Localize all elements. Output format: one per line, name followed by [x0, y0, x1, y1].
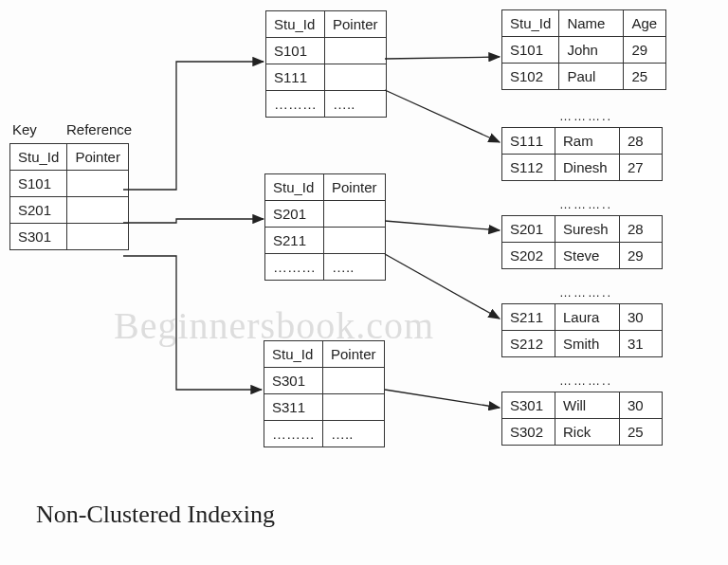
table-row: S102Paul25: [502, 64, 666, 90]
cell-header-pointer: Pointer: [67, 144, 129, 171]
cell-stuid: S102: [502, 64, 559, 90]
cell-stuid: S301: [502, 392, 555, 419]
cell-key: S301: [10, 224, 67, 250]
table-row: S301: [10, 224, 129, 250]
cell-stuid: S112: [502, 155, 555, 181]
data-table-4: S211Laura30 S212Smith31: [501, 303, 663, 357]
table-row: S101John29: [502, 37, 666, 64]
cell-pointer: [325, 64, 387, 91]
cell-key: S201: [265, 201, 324, 228]
cell-name: Laura: [555, 304, 620, 331]
cell-name: John: [559, 37, 624, 64]
cell-age: 30: [620, 304, 663, 331]
cell-header-name: Name: [559, 10, 624, 37]
cell-name: Paul: [559, 64, 624, 90]
separator-dots: ………..: [559, 109, 612, 123]
cell-pointer: [67, 224, 129, 250]
cell-age: 28: [620, 128, 663, 155]
cell-pointer: [323, 368, 385, 394]
cell-header-stuid: Stu_Id: [265, 174, 324, 201]
primary-index-table: Stu_Id Pointer S101 S201 S301: [9, 143, 129, 250]
cell-key: S201: [10, 197, 67, 224]
mid-index-table-2: Stu_IdPointer S201 S211 …………..: [264, 173, 386, 281]
table-row: Stu_IdPointer: [265, 174, 386, 201]
table-row: S201: [10, 197, 129, 224]
table-row: S211: [265, 228, 386, 254]
cell-header-pointer: Pointer: [323, 341, 385, 368]
table-row: S202Steve29: [502, 243, 663, 269]
cell-key: S111: [266, 64, 325, 91]
data-table-3: S201Suresh28 S202Steve29: [501, 215, 663, 269]
cell-pointer: [324, 201, 386, 228]
cell-stuid: S202: [502, 243, 555, 269]
cell-pointer: [67, 171, 129, 197]
cell-stuid: S111: [502, 128, 555, 155]
separator-dots: ………..: [559, 285, 612, 300]
cell-name: Rick: [555, 419, 620, 446]
table-row: S211Laura30: [502, 304, 663, 331]
mid-index-table-3: Stu_IdPointer S301 S311 …………..: [264, 340, 385, 447]
cell-pointer: [324, 228, 386, 254]
cell-stuid: S211: [502, 304, 555, 331]
cell-stuid: S201: [502, 216, 555, 243]
cell-name: Smith: [555, 331, 620, 357]
table-row: …………..: [264, 421, 385, 447]
separator-dots: ………..: [559, 197, 612, 211]
cell-name: Suresh: [555, 216, 620, 243]
cell-header-stuid: Stu_Id: [266, 11, 325, 38]
table-row: S101: [266, 38, 387, 64]
cell-pointer: [325, 38, 387, 64]
cell-key: S101: [266, 38, 325, 64]
table-row: S302Rick25: [502, 419, 663, 446]
table-row: Stu_IdNameAge: [502, 10, 666, 37]
cell-stuid: S302: [502, 419, 555, 446]
cell-dots: …..: [325, 91, 387, 118]
table-row: Stu_Id Pointer: [10, 144, 129, 171]
data-table-5: S301Will30 S302Rick25: [501, 392, 663, 446]
data-table-2: S111Ram28 S112Dinesh27: [501, 127, 663, 181]
table-row: …………..: [266, 91, 387, 118]
cell-pointer: [323, 394, 385, 421]
table-row: S112Dinesh27: [502, 155, 663, 181]
cell-stuid: S101: [502, 37, 559, 64]
cell-key: S211: [265, 228, 324, 254]
table-row: S212Smith31: [502, 331, 663, 357]
cell-name: Dinesh: [555, 155, 620, 181]
cell-header-pointer: Pointer: [325, 11, 387, 38]
table-row: Stu_IdPointer: [266, 11, 387, 38]
table-row: Stu_IdPointer: [264, 341, 385, 368]
cell-header-pointer: Pointer: [324, 174, 386, 201]
cell-age: 25: [620, 419, 663, 446]
cell-age: 28: [620, 216, 663, 243]
cell-dots: …..: [324, 254, 386, 281]
cell-dots: ………: [265, 254, 324, 281]
diagram-title: Non-Clustered Indexing: [36, 501, 275, 529]
table-row: S201: [265, 201, 386, 228]
table-row: S311: [264, 394, 385, 421]
table-row: S301: [264, 368, 385, 394]
cell-key: S301: [264, 368, 323, 394]
cell-dots: …..: [323, 421, 385, 447]
cell-header-stuid: Stu_Id: [10, 144, 67, 171]
key-header-label: Key: [12, 121, 37, 137]
cell-stuid: S212: [502, 331, 555, 357]
cell-name: Steve: [555, 243, 620, 269]
cell-name: Ram: [555, 128, 620, 155]
cell-dots: ………: [266, 91, 325, 118]
table-row: …………..: [265, 254, 386, 281]
cell-age: 27: [620, 155, 663, 181]
cell-key: S311: [264, 394, 323, 421]
cell-name: Will: [555, 392, 620, 419]
data-table-1: Stu_IdNameAge S101John29 S102Paul25: [501, 9, 666, 90]
table-row: S301Will30: [502, 392, 663, 419]
cell-header-stuid: Stu_Id: [502, 10, 559, 37]
cell-age: 31: [620, 331, 663, 357]
mid-index-table-1: Stu_IdPointer S101 S111 …………..: [265, 10, 387, 118]
table-row: S111: [266, 64, 387, 91]
cell-age: 29: [624, 37, 666, 64]
cell-age: 30: [620, 392, 663, 419]
separator-dots: ………..: [559, 374, 612, 388]
cell-pointer: [67, 197, 129, 224]
cell-dots: ………: [264, 421, 323, 447]
cell-header-age: Age: [624, 10, 666, 37]
